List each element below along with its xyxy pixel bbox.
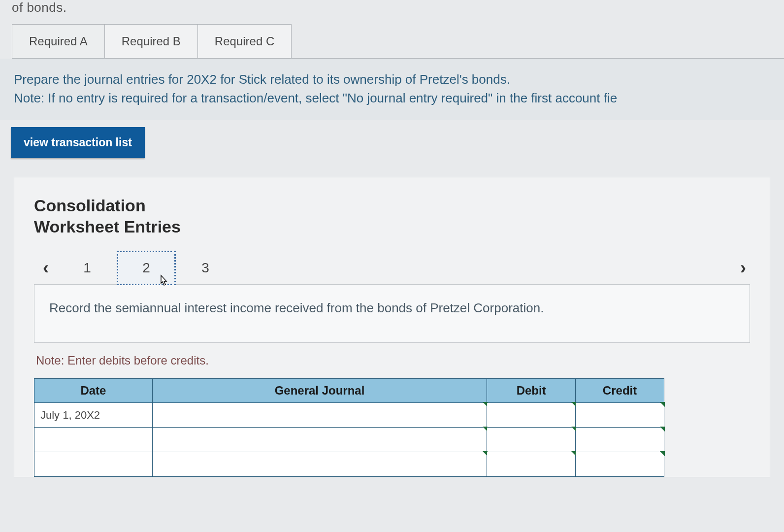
cell-credit[interactable] bbox=[576, 403, 664, 428]
preceding-text-fragment: of bonds. bbox=[0, 0, 784, 24]
col-header-credit: Credit bbox=[576, 379, 664, 403]
cell-general-journal[interactable] bbox=[152, 428, 487, 452]
col-header-general-journal: General Journal bbox=[152, 379, 487, 403]
panel-title: Consolidation Worksheet Entries bbox=[34, 195, 750, 237]
view-transaction-list-button[interactable]: view transaction list bbox=[11, 127, 145, 158]
note-debits-before-credits: Note: Enter debits before credits. bbox=[36, 354, 750, 367]
worksheet-panel: Consolidation Worksheet Entries ‹ 1 2 3 … bbox=[14, 177, 770, 477]
cell-date[interactable] bbox=[34, 452, 153, 477]
cell-debit[interactable] bbox=[487, 428, 576, 452]
panel-title-line-2: Worksheet Entries bbox=[34, 217, 181, 236]
table-row bbox=[34, 452, 664, 477]
cell-general-journal[interactable] bbox=[152, 403, 487, 428]
tab-required-c[interactable]: Required C bbox=[197, 24, 292, 58]
cell-date[interactable] bbox=[34, 428, 153, 452]
cell-debit[interactable] bbox=[487, 452, 576, 477]
chevron-left-icon[interactable]: ‹ bbox=[34, 258, 58, 278]
instruction-text: Prepare the journal entries for 20X2 for… bbox=[0, 59, 784, 120]
col-header-date: Date bbox=[34, 379, 153, 403]
chevron-right-icon[interactable]: › bbox=[731, 258, 755, 278]
dropdown-marker-icon bbox=[660, 402, 665, 407]
instruction-line-2: Note: If no entry is required for a tran… bbox=[14, 89, 770, 108]
step-2[interactable]: 2 bbox=[117, 251, 176, 285]
cell-credit[interactable] bbox=[576, 452, 664, 477]
dropdown-marker-icon bbox=[660, 427, 665, 432]
entry-stepper: ‹ 1 2 3 › bbox=[34, 251, 750, 285]
requirement-tabs: Required A Required B Required C bbox=[12, 24, 784, 59]
dropdown-marker-icon bbox=[660, 451, 665, 456]
panel-title-line-1: Consolidation bbox=[34, 196, 146, 215]
cell-debit[interactable] bbox=[487, 403, 576, 428]
cell-date[interactable]: July 1, 20X2 bbox=[34, 403, 153, 428]
instruction-line-1: Prepare the journal entries for 20X2 for… bbox=[14, 70, 770, 89]
cell-credit[interactable] bbox=[576, 428, 664, 452]
step-1[interactable]: 1 bbox=[58, 251, 117, 285]
col-header-debit: Debit bbox=[487, 379, 576, 403]
journal-entry-table: Date General Journal Debit Credit July 1… bbox=[34, 378, 664, 477]
tab-required-b[interactable]: Required B bbox=[104, 24, 198, 58]
table-row: July 1, 20X2 bbox=[34, 403, 664, 428]
cell-general-journal[interactable] bbox=[152, 452, 487, 477]
table-row bbox=[34, 428, 664, 452]
tab-required-a[interactable]: Required A bbox=[12, 24, 105, 58]
step-3[interactable]: 3 bbox=[176, 251, 235, 285]
transaction-description: Record the semiannual interest income re… bbox=[34, 284, 750, 343]
